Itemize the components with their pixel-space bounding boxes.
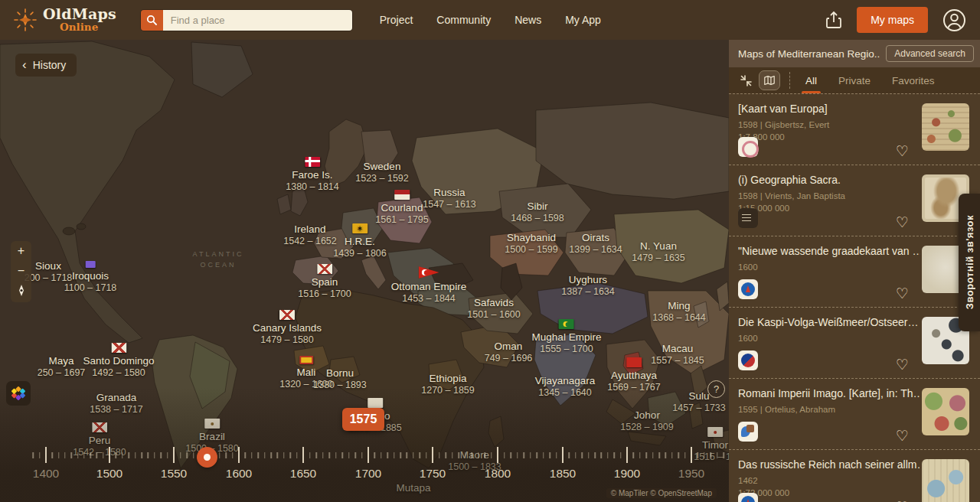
history-label: History: [33, 59, 67, 71]
timeline-minor-tick: [148, 452, 149, 458]
favorite-heart-icon[interactable]: ♡: [896, 357, 909, 372]
map-thumbnail[interactable]: [922, 103, 969, 151]
favorite-heart-icon[interactable]: ♡: [896, 215, 909, 230]
landmass-shape: [537, 283, 648, 334]
sidebar-tabs: AllPrivateFavorites: [795, 67, 946, 93]
nav-link-community[interactable]: Community: [436, 14, 491, 26]
timeline-minor-tick: [309, 452, 311, 458]
timeline-year-1550: 1550: [161, 467, 187, 481]
timeline-minor-tick: [322, 452, 324, 458]
nav-link-project[interactable]: Project: [380, 14, 413, 26]
advanced-search-button[interactable]: Advanced search: [886, 45, 974, 62]
search-icon: [146, 15, 157, 25]
timeline-minor-tick: [413, 452, 414, 458]
help-button[interactable]: ?: [707, 380, 725, 398]
timeline-minor-tick: [251, 452, 253, 458]
timeline-minor-tick: [478, 452, 479, 458]
zoom-in-button[interactable]: +: [11, 245, 31, 257]
favorite-heart-icon[interactable]: ♡: [896, 429, 909, 443]
nav-link-news[interactable]: News: [514, 14, 541, 26]
history-back-button[interactable]: ‹ History: [15, 54, 77, 77]
map-thumbnail[interactable]: [922, 459, 969, 502]
oldmapsonline-app: OldMaps Online ProjectCommunityNewsMy Ap…: [0, 0, 980, 502]
landmass-shape: [534, 334, 596, 406]
maptiler-logo-button[interactable]: [6, 381, 31, 406]
timeline-ticks[interactable]: [0, 447, 729, 463]
favorite-heart-icon[interactable]: ♡: [896, 286, 909, 301]
account-button[interactable]: [942, 8, 966, 32]
compass-rose-icon: [14, 8, 37, 31]
map-result-item[interactable]: Romani Imperii Imago. [Karte], in: Th…15…: [729, 379, 980, 450]
historical-world-map[interactable]: ATLANTIC OCEAN Sioux200 – 1718Iroquois11…: [0, 40, 729, 502]
timeline-minor-tick: [581, 452, 583, 458]
compass-needle-icon: [18, 285, 25, 296]
share-button[interactable]: [825, 11, 842, 29]
timeline-minor-tick: [245, 452, 247, 458]
tab-private[interactable]: Private: [828, 67, 881, 93]
nav-link-my-app[interactable]: My App: [565, 14, 601, 26]
map-attribution[interactable]: © MapTiler © OpenStreetMap: [606, 488, 717, 498]
landmass-shape: [499, 184, 591, 237]
oldmaps-logo[interactable]: OldMaps Online: [14, 7, 116, 33]
map-result-title: [Kaart van Europa]: [738, 103, 920, 115]
favorite-heart-icon[interactable]: ♡: [896, 144, 909, 158]
map-thumbnail[interactable]: [922, 388, 969, 435]
my-maps-button[interactable]: My maps: [857, 7, 928, 33]
timeline-minor-tick: [710, 452, 711, 458]
toolbar-divider: [789, 72, 790, 89]
timeline-year-1800: 1800: [485, 467, 511, 481]
sidebar-search-row: Advanced search: [729, 40, 980, 67]
timeline-minor-tick: [665, 452, 667, 458]
timeline-minor-tick: [128, 452, 129, 458]
timeline-minor-tick: [452, 452, 453, 458]
landmass-shape: [325, 119, 368, 187]
timeline-minor-tick: [283, 452, 285, 458]
search-button[interactable]: [141, 10, 163, 31]
world-map-svg[interactable]: [0, 40, 729, 502]
map-result-item[interactable]: Das russische Reich nach seiner allm…146…: [729, 450, 980, 502]
timeline-minor-tick: [569, 452, 570, 458]
map-result-title: Das russische Reich nach seiner allm…: [738, 458, 920, 471]
timeline-major-tick: [45, 447, 47, 463]
map-icon: [763, 75, 776, 86]
map-result-item[interactable]: Die Kaspi-Volga-Weißmeer/Ostseer…1600♡: [729, 308, 980, 379]
landmass-shape: [191, 42, 253, 97]
zoom-out-button[interactable]: −: [11, 265, 31, 277]
compass-needle-button[interactable]: [11, 285, 31, 298]
timeline-minor-tick: [484, 452, 485, 458]
timeline-minor-tick: [394, 452, 395, 458]
map-search-input[interactable]: [738, 48, 880, 60]
map-result-item[interactable]: [Kaart van Europa]1598 | Gijsbertsz, Eve…: [729, 94, 980, 165]
map-result-item[interactable]: (i) Geographia Sacra.1598 | Vrients, Jan…: [729, 165, 980, 236]
feedback-tab[interactable]: Зворотній зв'язок: [959, 194, 980, 331]
institution-logo-icon: [738, 279, 758, 299]
header-actions: My maps: [825, 7, 966, 33]
landmass-shape: [361, 130, 398, 171]
landmass-shape: [469, 292, 533, 334]
map-result-meta: 1598 | Gijsbertsz, Evert: [738, 119, 920, 131]
timeline-slider-handle[interactable]: [197, 447, 217, 468]
timeline-year-1950: 1950: [678, 467, 704, 481]
map-result-item[interactable]: "Nieuwe wassende graadekaart van …1600♡: [729, 236, 980, 308]
timeline-major-tick: [432, 447, 433, 463]
place-search: [141, 10, 352, 31]
timeline-year-labels: 1400150015501600165017001750180018501900…: [0, 467, 729, 484]
timeline-major-tick: [109, 447, 110, 463]
tab-all[interactable]: All: [795, 67, 828, 93]
timeline-minor-tick: [717, 452, 718, 458]
timeline-major-tick: [562, 447, 564, 463]
search-input[interactable]: [163, 10, 352, 31]
landmass-shape: [488, 416, 504, 447]
collapse-panel-button[interactable]: [738, 67, 753, 93]
top-header: OldMaps Online ProjectCommunityNewsMy Ap…: [0, 0, 980, 40]
timeline-minor-tick: [652, 452, 654, 458]
landmass-shape: [77, 223, 86, 230]
tab-favorites[interactable]: Favorites: [881, 67, 946, 93]
timeline-minor-tick: [348, 452, 350, 458]
feedback-label: Зворотній зв'язок: [964, 215, 975, 309]
timeline-minor-tick: [296, 452, 298, 458]
landmass-shape: [291, 185, 308, 216]
map-view-toggle-button[interactable]: [759, 70, 780, 90]
selected-year-badge[interactable]: 1575: [342, 408, 384, 431]
timeline-year-1700: 1700: [355, 467, 381, 481]
